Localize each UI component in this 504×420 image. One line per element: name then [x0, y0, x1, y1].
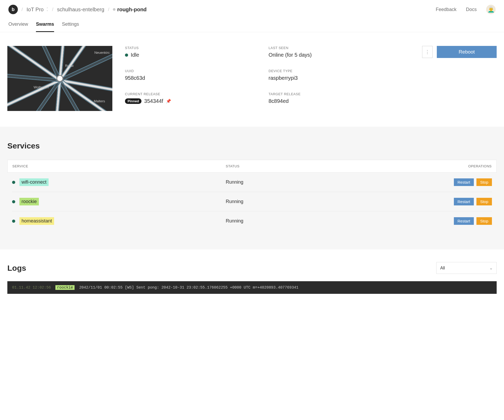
map-label: Wolhusen	[34, 85, 49, 89]
breadcrumb-org-label: IoT Pro	[27, 7, 44, 13]
log-timestamp: 01.11.42 12:02:56	[12, 285, 51, 290]
tab-settings[interactable]: Settings	[62, 19, 79, 32]
log-console[interactable]: 01.11.42 12:02:56 roockie 2042/11/01 00:…	[7, 281, 497, 294]
last-seen-label: LAST SEEN	[269, 46, 410, 50]
meta-target-release: TARGET RELEASE 8c894ed	[269, 92, 410, 104]
current-release-value: Pinned 354344f 📌	[125, 98, 266, 104]
header-right: Feedback Docs 👨‍🦳	[436, 5, 496, 14]
status-text: Idle	[131, 52, 139, 58]
log-service-tag: roockie	[55, 285, 75, 290]
breadcrumb-sep: /	[108, 7, 109, 12]
meta-status: STATUS Idle	[125, 46, 266, 58]
last-seen-value: Online (for 5 days)	[269, 52, 410, 58]
services-title: Services	[7, 141, 497, 150]
logs-title: Logs	[7, 264, 26, 273]
restart-button[interactable]: Restart	[454, 198, 474, 205]
tab-overview[interactable]: Overview	[8, 19, 28, 32]
more-actions-button[interactable]: ⋮	[422, 46, 433, 58]
status-value: Idle	[125, 52, 266, 58]
service-row: wifi-connectRunningRestartStop	[12, 173, 492, 192]
service-name-cell: homeassistant	[12, 217, 226, 225]
feedback-link[interactable]: Feedback	[436, 7, 456, 12]
service-name-cell: wifi-connect	[12, 178, 226, 186]
breadcrumb-project[interactable]: schulhaus-entelberg	[57, 7, 104, 13]
device-type-value: raspberrypi3	[269, 75, 410, 81]
meta-uuid: UUID 958c63d	[125, 69, 266, 81]
device-meta: STATUS Idle LAST SEEN Online (for 5 days…	[125, 46, 410, 104]
tab-bar: Overview Swarms Settings	[0, 19, 504, 32]
breadcrumb-device-label: rough-pond	[117, 7, 146, 13]
service-status-dot-icon	[12, 181, 15, 184]
breadcrumb: / IoT Pro ⌃⌄ / schulhaus-entelberg / rou…	[22, 7, 147, 13]
current-release-label: CURRENT RELEASE	[125, 92, 266, 96]
map-label: Malters	[94, 99, 105, 103]
target-release-value: 8c894ed	[269, 98, 410, 104]
logs-filter-select[interactable]: All ⌄	[436, 262, 497, 274]
logs-filter-value: All	[440, 266, 445, 270]
service-row: homeassistantRunningRestartStop	[12, 211, 492, 231]
breadcrumb-sep: /	[52, 7, 53, 12]
header-left: b / IoT Pro ⌃⌄ / schulhaus-entelberg / r…	[8, 5, 147, 14]
status-label: STATUS	[125, 46, 266, 50]
tab-swarms[interactable]: Swarms	[36, 19, 54, 32]
pin-icon: 📌	[166, 99, 171, 104]
service-status: Running	[226, 199, 439, 204]
col-status: STATUS	[226, 164, 439, 168]
docs-link[interactable]: Docs	[466, 7, 477, 12]
service-status-dot-icon	[12, 200, 15, 203]
device-detail: Neuenkirc Rusw Wolhusen Malters STATUS I…	[0, 32, 504, 127]
chevron-down-icon: ⌄	[489, 265, 493, 270]
service-status: Running	[226, 218, 439, 224]
device-dot-icon	[113, 8, 116, 11]
map-center-icon	[56, 75, 63, 82]
services-body: wifi-connectRunningRestartStoproockieRun…	[7, 173, 497, 231]
meta-device-type: DEVICE TYPE raspberrypi3	[269, 69, 410, 81]
uuid-label: UUID	[125, 69, 266, 73]
logs-header: Logs All ⌄	[7, 262, 497, 274]
services-table: SERVICE STATUS OPERATIONS	[7, 160, 497, 173]
breadcrumb-sep: /	[22, 7, 23, 12]
device-map[interactable]: Neuenkirc Rusw Wolhusen Malters	[7, 46, 112, 111]
meta-current-release: CURRENT RELEASE Pinned 354344f 📌	[125, 92, 266, 104]
org-switch-icon[interactable]: ⌃⌄	[46, 8, 48, 11]
top-header: b / IoT Pro ⌃⌄ / schulhaus-entelberg / r…	[0, 0, 504, 19]
logs-section: Logs All ⌄ 01.11.42 12:02:56 roockie 204…	[0, 249, 504, 304]
service-row: roockieRunningRestartStop	[12, 192, 492, 211]
service-name-cell: roockie	[12, 198, 226, 205]
restart-button[interactable]: Restart	[454, 178, 474, 186]
avatar[interactable]: 👨‍🦳	[486, 5, 496, 14]
device-actions: ⋮ Reboot	[422, 46, 497, 58]
kebab-icon: ⋮	[425, 49, 430, 55]
device-type-label: DEVICE TYPE	[269, 69, 410, 73]
meta-last-seen: LAST SEEN Online (for 5 days)	[269, 46, 410, 58]
uuid-value: 958c63d	[125, 75, 266, 81]
target-release-label: TARGET RELEASE	[269, 92, 410, 96]
service-ops: RestartStop	[439, 178, 492, 186]
service-status: Running	[226, 179, 439, 185]
service-ops: RestartStop	[439, 217, 492, 225]
log-message: 2042/11/01 00:02:55 [WS] Sent pong: 2042…	[79, 285, 298, 290]
pinned-badge: Pinned	[125, 98, 141, 104]
app-logo[interactable]: b	[8, 5, 18, 14]
service-status-dot-icon	[12, 220, 15, 223]
stop-button[interactable]: Stop	[476, 178, 492, 186]
reboot-button[interactable]: Reboot	[437, 46, 497, 58]
breadcrumb-org[interactable]: IoT Pro ⌃⌄	[27, 7, 48, 13]
service-name[interactable]: homeassistant	[19, 217, 54, 225]
stop-button[interactable]: Stop	[476, 217, 492, 225]
stop-button[interactable]: Stop	[476, 198, 492, 205]
status-dot-icon	[125, 54, 128, 57]
restart-button[interactable]: Restart	[454, 217, 474, 225]
col-operations: OPERATIONS	[439, 164, 492, 168]
col-service: SERVICE	[12, 164, 226, 168]
current-release-hash: 354344f	[144, 98, 163, 104]
services-head: SERVICE STATUS OPERATIONS	[8, 160, 496, 172]
map-label: Neuenkirc	[94, 51, 110, 55]
service-ops: RestartStop	[439, 198, 492, 205]
service-name[interactable]: wifi-connect	[19, 178, 49, 186]
breadcrumb-device[interactable]: rough-pond	[113, 7, 146, 13]
services-section: Services SERVICE STATUS OPERATIONS wifi-…	[0, 127, 504, 249]
service-name[interactable]: roockie	[19, 198, 39, 205]
map-label: Rusw	[65, 64, 74, 68]
